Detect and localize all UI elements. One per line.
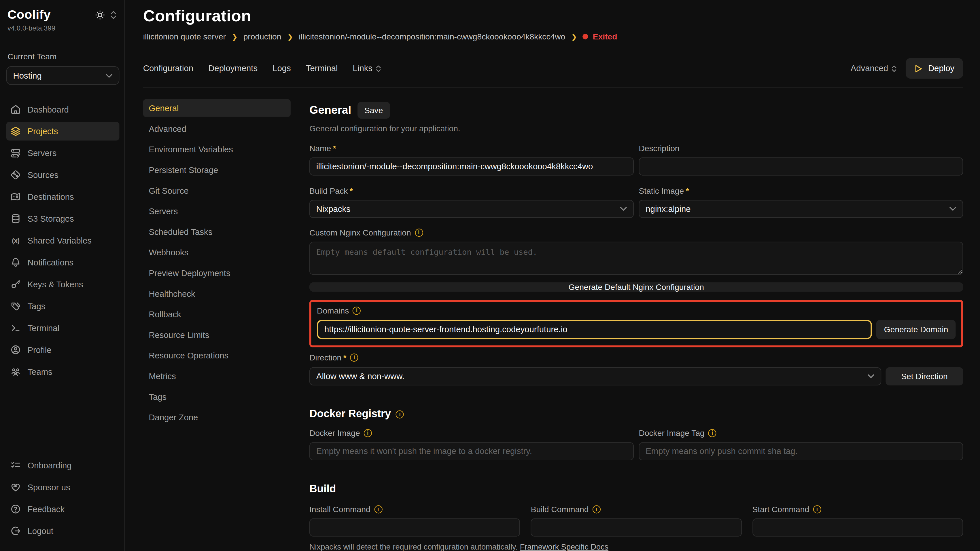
page-title: Configuration bbox=[143, 6, 963, 25]
build-pack-select[interactable]: Nixpacks bbox=[309, 200, 634, 218]
chevrons-up-down-icon bbox=[375, 65, 382, 72]
info-icon bbox=[374, 505, 382, 513]
sidebar-item-onboarding[interactable]: Onboarding bbox=[6, 456, 119, 475]
sidebar-item-s3-storages[interactable]: S3 Storages bbox=[6, 209, 119, 228]
tab-deployments[interactable]: Deployments bbox=[208, 64, 258, 73]
save-button[interactable]: Save bbox=[358, 102, 390, 119]
config-nav-healthcheck[interactable]: Healthcheck bbox=[143, 285, 291, 302]
sidebar-item-tags[interactable]: Tags bbox=[6, 297, 119, 316]
docker-registry-heading: Docker Registry bbox=[309, 408, 391, 420]
config-nav-tags[interactable]: Tags bbox=[143, 388, 291, 405]
main-panel: Configuration illicitonion quote server … bbox=[125, 0, 980, 551]
sidebar-item-dashboard[interactable]: Dashboard bbox=[6, 100, 119, 119]
sidebar-item-feedback[interactable]: Feedback bbox=[6, 500, 119, 518]
terminal-icon bbox=[10, 322, 21, 333]
domains-label: Domains bbox=[317, 306, 349, 316]
config-nav-servers[interactable]: Servers bbox=[143, 202, 291, 220]
start-command-label: Start Command bbox=[752, 505, 810, 514]
breadcrumb-application[interactable]: illicitestonion/-module--decomposition:m… bbox=[299, 32, 565, 41]
section-subtitle: General configuration for your applicati… bbox=[309, 124, 963, 133]
description-label: Description bbox=[639, 144, 679, 153]
variable-icon: (x) bbox=[10, 235, 21, 246]
heart-icon bbox=[10, 482, 21, 493]
config-nav-environment-variables[interactable]: Environment Variables bbox=[143, 140, 291, 158]
set-direction-button[interactable]: Set Direction bbox=[886, 367, 963, 386]
config-nav-danger-zone[interactable]: Danger Zone bbox=[143, 408, 291, 426]
database-icon bbox=[10, 213, 21, 224]
config-nav-rollback[interactable]: Rollback bbox=[143, 305, 291, 323]
description-input[interactable] bbox=[639, 157, 963, 176]
sidebar-item-shared-variables[interactable]: (x)Shared Variables bbox=[6, 231, 119, 250]
build-pack-label: Build Pack bbox=[309, 186, 353, 196]
user-circle-icon bbox=[10, 344, 21, 356]
install-command-label: Install Command bbox=[309, 505, 371, 514]
config-nav-advanced[interactable]: Advanced bbox=[143, 120, 291, 138]
tab-links[interactable]: Links bbox=[353, 64, 382, 73]
build-command-input[interactable] bbox=[531, 518, 742, 537]
static-image-select[interactable]: nginx:alpine bbox=[639, 200, 963, 218]
sidebar-item-notifications[interactable]: Notifications bbox=[6, 253, 119, 272]
start-command-input[interactable] bbox=[752, 518, 963, 537]
section-title: General bbox=[309, 104, 351, 117]
info-icon bbox=[813, 505, 821, 513]
team-select-value: Hosting bbox=[13, 71, 42, 80]
config-nav-scheduled-tasks[interactable]: Scheduled Tasks bbox=[143, 223, 291, 241]
breadcrumb-environment[interactable]: production bbox=[243, 32, 282, 41]
info-icon bbox=[415, 229, 423, 237]
theme-selector-icon[interactable] bbox=[110, 11, 117, 22]
docker-image-tag-input[interactable] bbox=[639, 442, 963, 460]
docker-image-input[interactable] bbox=[309, 442, 634, 460]
direction-select[interactable]: Allow www & non-www. bbox=[309, 367, 881, 386]
tab-configuration[interactable]: Configuration bbox=[143, 64, 193, 73]
sidebar-footer: Onboarding Sponsor us Feedback Logout bbox=[6, 456, 119, 543]
current-team-label: Current Team bbox=[8, 52, 119, 61]
config-nav-persistent-storage[interactable]: Persistent Storage bbox=[143, 161, 291, 179]
sidebar-item-teams[interactable]: Teams bbox=[6, 362, 119, 381]
chevron-down-icon bbox=[106, 73, 113, 78]
app-version: v4.0.0-beta.399 bbox=[8, 24, 119, 32]
config-nav-metrics[interactable]: Metrics bbox=[143, 367, 291, 385]
config-nav-git-source[interactable]: Git Source bbox=[143, 182, 291, 199]
config-nav-preview-deployments[interactable]: Preview Deployments bbox=[143, 264, 291, 282]
sidebar-item-keys-tokens[interactable]: Keys & Tokens bbox=[6, 275, 119, 294]
install-command-input[interactable] bbox=[309, 518, 520, 537]
config-nav-resource-limits[interactable]: Resource Limits bbox=[143, 326, 291, 344]
sidebar-item-logout[interactable]: Logout bbox=[6, 522, 119, 540]
nginx-config-textarea[interactable] bbox=[309, 242, 963, 275]
framework-docs-link[interactable]: Framework Specific Docs bbox=[520, 543, 608, 551]
layers-icon bbox=[10, 125, 21, 137]
direction-label: Direction bbox=[309, 353, 347, 362]
breadcrumb: illicitonion quote server ❯ production ❯… bbox=[143, 32, 963, 41]
team-select[interactable]: Hosting bbox=[6, 66, 119, 85]
config-nav-resource-operations[interactable]: Resource Operations bbox=[143, 346, 291, 364]
deploy-button[interactable]: Deploy bbox=[906, 58, 963, 79]
sidebar-item-projects[interactable]: Projects bbox=[6, 122, 119, 140]
general-form: General Save General configuration for y… bbox=[309, 99, 963, 551]
static-image-label: Static Image bbox=[639, 186, 689, 196]
config-nav-webhooks[interactable]: Webhooks bbox=[143, 243, 291, 261]
config-nav-general[interactable]: General bbox=[143, 99, 291, 117]
sidebar-item-sources[interactable]: Sources bbox=[6, 165, 119, 184]
generate-domain-button[interactable]: Generate Domain bbox=[877, 320, 956, 339]
advanced-toggle[interactable]: Advanced bbox=[851, 64, 897, 73]
domains-input[interactable] bbox=[317, 320, 872, 339]
sidebar-item-servers[interactable]: Servers bbox=[6, 144, 119, 162]
info-icon bbox=[353, 306, 361, 314]
sidebar-item-destinations[interactable]: Destinations bbox=[6, 187, 119, 206]
sidebar-item-sponsor[interactable]: Sponsor us bbox=[6, 478, 119, 497]
theme-sun-icon[interactable] bbox=[95, 10, 105, 22]
status-dot-icon bbox=[583, 34, 589, 40]
tab-logs[interactable]: Logs bbox=[272, 64, 291, 73]
name-input[interactable] bbox=[309, 157, 634, 176]
breadcrumb-project[interactable]: illicitonion quote server bbox=[143, 32, 226, 41]
chevron-down-icon bbox=[950, 207, 956, 211]
chevrons-up-down-icon bbox=[891, 65, 897, 72]
tabs-divider bbox=[143, 87, 963, 88]
tab-terminal[interactable]: Terminal bbox=[306, 64, 338, 73]
chevron-right-icon: ❯ bbox=[231, 32, 238, 41]
generate-nginx-button[interactable]: Generate Default Nginx Configuration bbox=[309, 283, 963, 292]
sidebar-item-terminal[interactable]: Terminal bbox=[6, 319, 119, 337]
tags-icon bbox=[10, 300, 21, 312]
logout-icon bbox=[10, 526, 21, 537]
sidebar-item-profile[interactable]: Profile bbox=[6, 340, 119, 359]
